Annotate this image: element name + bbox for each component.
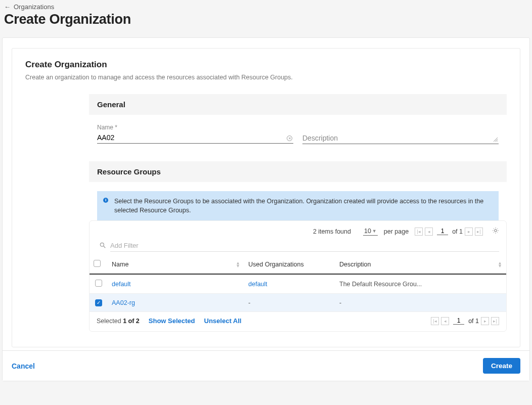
description-input[interactable] [302,132,499,144]
general-fields: Name * ✕ [89,124,507,144]
name-field-wrap: Name * ✕ [97,124,293,144]
svg-point-0 [100,243,104,246]
back-arrow-icon[interactable]: ← [4,3,11,11]
row-checkbox[interactable]: ✓ [95,299,102,306]
last-page-button[interactable]: ▸| [475,228,483,236]
first-page-button[interactable]: |◂ [431,317,439,325]
breadcrumb-label[interactable]: Organizations [14,3,54,11]
clear-name-icon[interactable]: ✕ [287,136,292,141]
action-bar: Cancel Create [3,350,529,381]
create-button[interactable]: Create [483,358,520,374]
row-checkbox[interactable] [95,280,102,287]
page-total-label: of 1 [468,318,479,325]
name-input[interactable] [97,132,293,144]
rg-name-link[interactable]: default [112,281,131,288]
table-footer: Selected 1 of 2 Show Selected Unselect A… [90,312,506,327]
prev-page-button[interactable]: ◂ [425,228,433,236]
pager-top: |◂ ◂ of 1 ▸ ▸| [415,228,483,236]
page-title: Create Organization [4,12,528,27]
resource-groups-table: Name ▴▾ Used Organizations Description ▴… [90,255,506,312]
items-found-label: 2 items found [313,228,351,235]
rg-desc-cell: The Default Resource Grou... [335,274,506,294]
per-page-select[interactable]: 10 ▼ [363,228,378,236]
col-select-all [90,255,108,274]
main-card: Create Organization Create an organizati… [2,37,530,381]
table-row[interactable]: ✓ AA02-rg - - [90,294,506,312]
rg-name-link[interactable]: AA02-rg [112,299,135,306]
rg-used-link[interactable]: default [248,281,268,288]
selected-count: Selected 1 of 2 [97,318,140,325]
rg-desc-cell: - [335,294,506,312]
first-page-button[interactable]: |◂ [415,228,423,236]
page-input[interactable] [437,228,448,235]
last-page-button[interactable]: ▸| [491,317,499,325]
col-used-header[interactable]: Used Organizations [244,255,335,274]
form-card: Create Organization Create an organizati… [12,48,520,347]
next-page-button[interactable]: ▸ [481,317,489,325]
table-row[interactable]: default default The Default Resource Gro… [90,274,506,294]
search-icon [99,242,106,250]
show-selected-link[interactable]: Show Selected [149,317,195,325]
cancel-button[interactable]: Cancel [12,362,35,370]
pager-bottom: |◂ ◂ of 1 ▸ ▸| [431,317,499,325]
filter-row [92,240,506,255]
general-heading: General [89,94,507,115]
resource-groups-heading: Resource Groups [89,161,507,182]
select-all-checkbox[interactable] [94,260,101,267]
sort-icon: ▴▾ [237,261,239,267]
col-desc-header[interactable]: Description ▴▾ [335,255,506,274]
rg-used-cell: - [244,294,335,312]
panel-desc: Create an organization to manage and acc… [25,74,507,81]
name-label: Name * [97,124,293,131]
table-card: 2 items found 10 ▼ per page |◂ ◂ of 1 ▸ … [89,220,507,332]
description-field-wrap [302,132,499,144]
prev-page-button[interactable]: ◂ [441,317,449,325]
panel-title: Create Organization [25,60,507,70]
page-header: ← Organizations Create Organization [0,0,532,35]
table-toolbar: 2 items found 10 ▼ per page |◂ ◂ of 1 ▸ … [90,221,506,240]
per-page-label: per page [384,228,409,235]
page-input[interactable] [453,317,464,325]
sort-icon: ▴▾ [499,261,501,267]
breadcrumb[interactable]: ← Organizations [4,3,528,11]
col-name-header[interactable]: Name ▴▾ [108,255,244,274]
info-banner: i Select the Resource Groups to be assoc… [97,191,499,220]
page-total-label: of 1 [452,228,463,235]
unselect-all-link[interactable]: Unselect All [204,317,242,325]
next-page-button[interactable]: ▸ [465,228,473,236]
svg-line-1 [104,246,106,248]
info-text: Select the Resource Groups to be associa… [114,198,483,214]
info-icon: i [103,198,108,203]
filter-input[interactable] [110,240,499,252]
form-area: General Name * ✕ Resource Groups i Selec… [89,94,507,332]
settings-gear-icon[interactable] [492,227,499,236]
chevron-down-icon: ▼ [372,229,377,234]
